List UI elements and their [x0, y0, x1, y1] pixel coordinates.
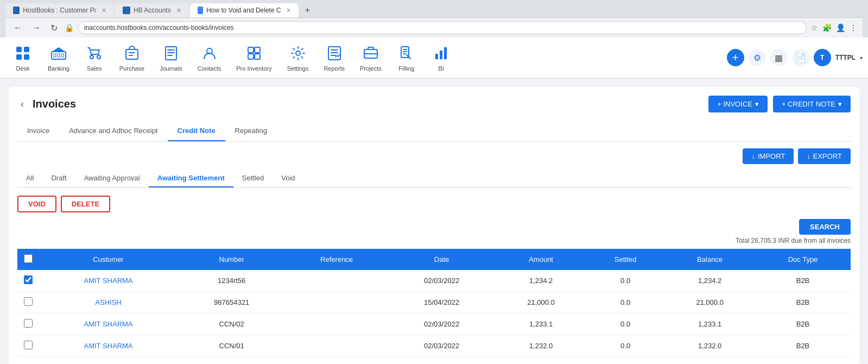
row-balance-2: 1,233.1 — [664, 313, 755, 335]
svg-rect-1 — [16, 54, 22, 60]
customer-link-2[interactable]: AMIT SHARMA — [84, 320, 132, 328]
import-button[interactable]: ↓ IMPORT — [743, 148, 794, 164]
browser-tab-1[interactable]: HostBooks : Customer Portal ✕ — [5, 3, 114, 17]
row-checkbox-1[interactable] — [24, 297, 33, 306]
nav-pro-inventory-label: Pro Inventory — [236, 65, 271, 72]
status-tab-awaiting-approval[interactable]: Awaiting Approval — [75, 170, 149, 187]
document-button[interactable]: 📄 — [792, 49, 809, 66]
bi-icon — [432, 43, 451, 63]
back-button[interactable]: ← — [11, 22, 25, 34]
void-delete-bar: VOID DELETE — [17, 196, 851, 212]
nav-journals[interactable]: Journals — [152, 39, 190, 76]
page-card: ‹ Invoices + INVOICE ▾ + CREDIT NOTE ▾ I… — [9, 87, 859, 364]
url-input[interactable] — [78, 21, 807, 34]
settings-gear-button[interactable]: ⚙ — [749, 49, 766, 66]
row-balance-3: 1,232.0 — [664, 335, 755, 357]
customer-link-1[interactable]: ASHISH — [95, 298, 121, 306]
svg-rect-22 — [440, 51, 442, 59]
row-doc-type-3: B2B — [755, 335, 851, 357]
nav-projects-label: Projects — [360, 65, 382, 72]
tab-invoice[interactable]: Invoice — [17, 121, 59, 141]
tab-credit-note[interactable]: Credit Note — [168, 121, 225, 141]
nav-desk[interactable]: Desk — [5, 39, 40, 76]
add-new-button[interactable]: + — [727, 49, 744, 66]
new-tab-button[interactable]: + — [300, 3, 315, 17]
credit-note-dropdown-icon: ▾ — [838, 100, 842, 108]
row-checkbox-2[interactable] — [24, 319, 33, 328]
nav-pro-inventory[interactable]: Pro Inventory — [229, 39, 279, 76]
nav-reports[interactable]: Reports — [316, 39, 352, 76]
total-text: Total 26,705.3 INR due from all invoices — [736, 237, 851, 244]
credit-note-button[interactable]: + CREDIT NOTE ▾ — [773, 96, 851, 112]
row-settled-1: 0.0 — [586, 292, 664, 313]
row-reference-3 — [286, 335, 388, 357]
customer-link-3[interactable]: AMIT SHARMA — [84, 342, 132, 350]
browser-tab-2[interactable]: HB Accounts ✕ — [115, 3, 189, 17]
customer-link-0[interactable]: AMIT SHARMA — [84, 277, 132, 285]
refresh-button[interactable]: ↻ — [48, 22, 60, 34]
tab-close-1[interactable]: ✕ — [102, 7, 106, 14]
export-button[interactable]: ↓ EXPORT — [798, 148, 851, 164]
forward-button[interactable]: → — [29, 22, 43, 34]
column-customer: Customer — [39, 249, 178, 270]
browser-tab-3[interactable]: How to Void and Delete Credit N... ✕ — [190, 3, 299, 17]
nav-purchase[interactable]: Purchase — [112, 39, 152, 76]
settings-icon — [288, 43, 308, 63]
pro-inventory-icon — [244, 43, 264, 63]
row-checkbox-0[interactable] — [24, 275, 33, 284]
row-checkbox-3[interactable] — [24, 341, 33, 349]
row-date-1: 15/04/2022 — [388, 292, 496, 313]
status-tab-void-label: Void — [281, 174, 295, 182]
nav-banking[interactable]: Banking — [40, 39, 77, 76]
row-reference-1 — [286, 292, 388, 313]
nav-projects[interactable]: Projects — [352, 39, 389, 76]
nav-sales[interactable]: Sales — [77, 39, 112, 76]
tab-close-2[interactable]: ✕ — [176, 7, 181, 14]
svg-rect-16 — [255, 54, 260, 59]
journals-icon — [161, 43, 181, 63]
status-tab-all[interactable]: All — [17, 170, 42, 187]
table-row: AMIT SHARMA CCN/02 02/03/2022 1,233.1 0.… — [17, 313, 851, 335]
status-tab-void[interactable]: Void — [273, 170, 303, 187]
svg-rect-0 — [16, 47, 22, 52]
company-dropdown-arrow[interactable]: ▾ — [860, 55, 863, 61]
export-label: EXPORT — [813, 152, 842, 160]
delete-button[interactable]: DELETE — [61, 196, 110, 212]
company-badge[interactable]: T — [814, 49, 831, 66]
extensions-button[interactable]: 🧩 — [822, 23, 832, 32]
search-button[interactable]: SEARCH — [799, 219, 851, 235]
tab-advance[interactable]: Advance and Adhoc Receipt — [59, 121, 167, 141]
tab-close-3[interactable]: ✕ — [286, 7, 291, 14]
select-all-checkbox[interactable] — [24, 254, 33, 263]
more-button[interactable]: ⋮ — [850, 23, 857, 32]
nav-filling[interactable]: Filling — [389, 39, 424, 76]
bookmark-button[interactable]: ☆ — [811, 23, 818, 32]
row-customer-0: AMIT SHARMA — [39, 270, 178, 292]
svg-rect-14 — [255, 47, 260, 53]
purchase-icon — [122, 43, 142, 63]
nav-contacts[interactable]: Contacts — [190, 39, 229, 76]
contacts-icon — [200, 43, 219, 63]
status-tab-awaiting-settlement[interactable]: Awaiting Settlement — [149, 170, 233, 187]
column-number: Number — [178, 249, 286, 270]
column-settled: Settled — [586, 249, 664, 270]
void-button[interactable]: VOID — [17, 196, 56, 212]
export-icon: ↓ — [807, 152, 810, 160]
back-button[interactable]: ‹ — [17, 97, 27, 111]
row-doc-type-2: B2B — [755, 313, 851, 335]
profile-button[interactable]: 👤 — [836, 23, 845, 32]
status-tab-draft[interactable]: Draft — [42, 170, 75, 187]
status-tab-settled[interactable]: Settled — [233, 170, 273, 187]
nav-sales-label: Sales — [87, 65, 102, 72]
svg-rect-7 — [61, 54, 64, 57]
row-customer-3: AMIT SHARMA — [39, 335, 178, 357]
action-bar: ↓ IMPORT ↓ EXPORT — [17, 148, 851, 164]
grid-view-button[interactable]: ▦ — [770, 49, 788, 66]
nav-bi[interactable]: BI — [424, 39, 459, 76]
row-balance-1: 21,000.0 — [664, 292, 755, 313]
tab-repeating[interactable]: Repeating — [225, 121, 277, 141]
nav-settings[interactable]: Settings — [280, 39, 316, 76]
tab-invoice-label: Invoice — [27, 127, 49, 135]
invoice-button[interactable]: + INVOICE ▾ — [708, 96, 768, 112]
svg-rect-23 — [444, 47, 447, 59]
